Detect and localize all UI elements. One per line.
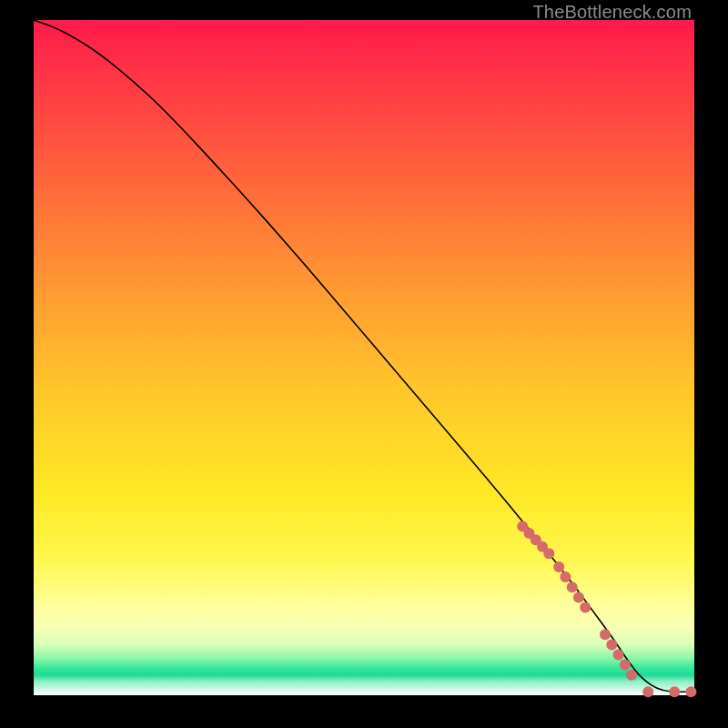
marker-point: [626, 670, 637, 681]
marker-point: [642, 686, 653, 697]
chart-stage: TheBottleneck.com: [0, 0, 728, 728]
plot-area: [34, 20, 694, 695]
marker-point: [620, 660, 631, 671]
marker-point: [580, 602, 591, 613]
chart-svg: [34, 20, 694, 695]
bottleneck-curve: [34, 20, 694, 692]
marker-point: [606, 639, 617, 650]
marker-point: [669, 686, 680, 697]
marker-point: [543, 548, 554, 559]
marker-point: [613, 650, 624, 661]
marker-point: [685, 686, 696, 697]
marker-point: [573, 592, 584, 602]
curve-markers: [517, 521, 696, 698]
marker-point: [600, 629, 611, 640]
marker-point: [553, 561, 564, 572]
marker-point: [560, 571, 571, 582]
marker-point: [567, 581, 578, 592]
